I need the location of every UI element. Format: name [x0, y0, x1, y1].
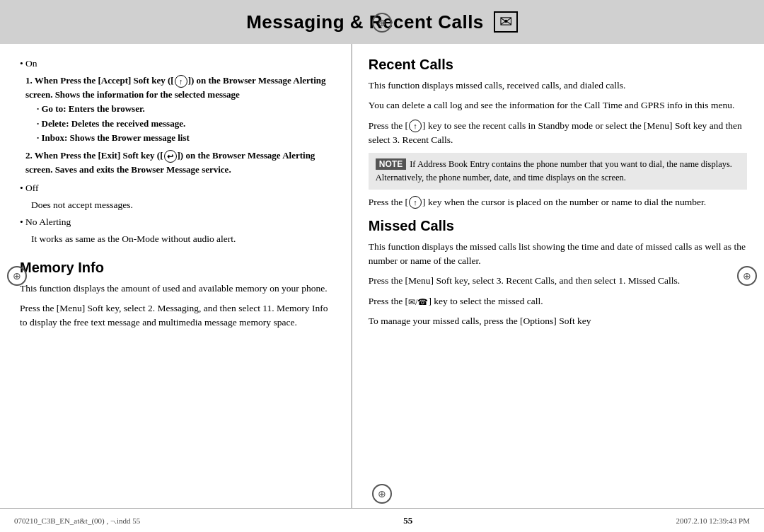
standby-key-icon: ↑ — [409, 120, 422, 132]
recent-calls-p4: Press the [↑] key when the cursor is pla… — [369, 195, 747, 209]
page-body: ⊕ ⊕ On 1. When Press the [Accept] Soft k… — [0, 44, 764, 508]
compass-right-icon: ⊕ — [737, 266, 757, 286]
memory-info-section: Memory Info This function displays the a… — [20, 260, 337, 330]
note-label: NOTE — [376, 158, 406, 170]
missed-calls-section: Missed Calls This function displays the … — [369, 218, 747, 328]
footer-right-text: 2007.2.10 12:39:43 PM — [676, 516, 750, 525]
missed-calls-title: Missed Calls — [369, 218, 747, 234]
sub-delete: Delete: Deletes the received message. — [37, 117, 337, 132]
sub-inbox: Inbox: Shows the Brower message list — [37, 131, 337, 146]
memory-info-title: Memory Info — [20, 260, 337, 276]
missed-key-icon: ✉/☎ — [408, 296, 428, 306]
dial-key-icon: ↑ — [409, 196, 422, 209]
recent-calls-p2: You can delete a call log and see the in… — [369, 98, 747, 112]
page-number: 55 — [403, 515, 412, 526]
item2-bold: 2. When Press the [Exit] Soft key ([↩]) … — [25, 149, 337, 177]
accept-key-icon: ↑ — [175, 75, 187, 88]
page-header: ⊕ Messaging & Recent Calls ✉ — [0, 0, 764, 44]
memory-info-p2: Press the [Menu] Soft key, select 2. Mes… — [20, 301, 337, 330]
sub-goto: Go to: Enters the browser. — [37, 102, 337, 117]
column-divider — [352, 44, 352, 508]
bullet-no-alerting: No Alerting — [20, 215, 337, 229]
main-content: On 1. When Press the [Accept] Soft key (… — [0, 44, 764, 508]
recent-calls-title: Recent Calls — [369, 57, 747, 73]
note-box: NOTEIf Address Book Entry contains the p… — [369, 153, 747, 190]
note-text: If Address Book Entry contains the phone… — [376, 159, 732, 183]
bullet-off: Off — [20, 181, 337, 195]
compass-left-icon: ⊕ — [7, 266, 27, 286]
recent-calls-p3: Press the [↑] key to see the recent call… — [369, 119, 747, 148]
recent-calls-p1: This function displays missed calls, rec… — [369, 79, 747, 93]
no-alert-description: It works as same as the On-Mode without … — [31, 232, 337, 246]
missed-calls-p4: To manage your missed calls, press the [… — [369, 314, 747, 328]
bullet-on: On — [20, 57, 337, 71]
page-footer: 070210_C3B_EN_at&t_(00) , ¬.indd 55 55 2… — [0, 508, 764, 532]
left-column: On 1. When Press the [Accept] Soft key (… — [0, 44, 352, 508]
page-title: Messaging & Recent Calls — [246, 11, 484, 33]
missed-calls-p2: Press the [Menu] Soft key, select 3. Rec… — [369, 274, 747, 288]
off-description: Does not accept messages. — [31, 198, 337, 212]
exit-key-icon: ↩ — [164, 150, 177, 163]
missed-calls-p3: Press the [✉/☎] key to select the missed… — [369, 294, 747, 308]
mail-icon: ✉ — [494, 11, 518, 33]
item1-bold: 1. When Press the [Accept] Soft key ([↑]… — [25, 74, 337, 102]
memory-info-p1: This function displays the amount of use… — [20, 282, 337, 296]
missed-calls-p1: This function displays the missed calls … — [369, 240, 747, 269]
right-column: Recent Calls This function displays miss… — [352, 44, 764, 508]
compass-bottom-center-icon: ⊕ — [372, 484, 392, 504]
compass-top-center-icon: ⊕ — [372, 13, 392, 33]
footer-left-text: 070210_C3B_EN_at&t_(00) , ¬.indd 55 — [14, 516, 140, 525]
